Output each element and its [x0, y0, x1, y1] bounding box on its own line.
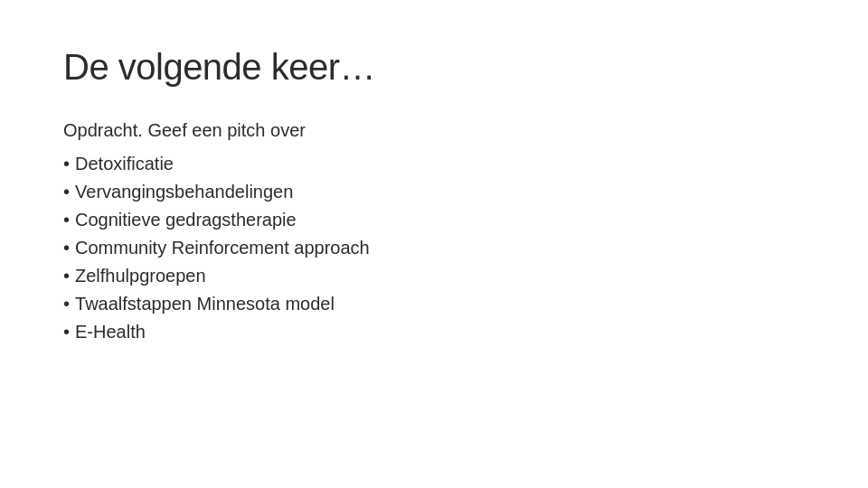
- bullet-dot-icon: •: [63, 262, 70, 290]
- bullet-item: •Vervangingsbehandelingen: [63, 178, 805, 206]
- bullet-dot-icon: •: [63, 178, 70, 206]
- bullet-text: E-Health: [75, 318, 146, 346]
- bullet-text: Vervangingsbehandelingen: [75, 178, 293, 206]
- slide-title: De volgende keer…: [63, 47, 805, 88]
- bullet-dot-icon: •: [63, 318, 70, 346]
- bullet-item: •Detoxificatie: [63, 150, 805, 178]
- bullet-item: •E-Health: [63, 318, 805, 346]
- bullet-dot-icon: •: [63, 206, 70, 234]
- bullet-item: •Cognitieve gedragstherapie: [63, 206, 805, 234]
- bullet-text: Cognitieve gedragstherapie: [75, 206, 297, 234]
- bullet-dot-icon: •: [63, 234, 70, 262]
- bullet-text: Twaalfstappen Minnesota model: [75, 290, 335, 318]
- bullet-item: •Twaalfstappen Minnesota model: [63, 290, 805, 318]
- bullet-item: •Zelfhulpgroepen: [63, 262, 805, 290]
- intro-text: Opdracht. Geef een pitch over: [63, 120, 805, 141]
- bullet-dot-icon: •: [63, 150, 70, 178]
- bullet-text: Zelfhulpgroepen: [75, 262, 206, 290]
- bullet-item: •Community Reinforcement approach: [63, 234, 805, 262]
- bullet-list: •Detoxificatie•Vervangingsbehandelingen•…: [63, 150, 805, 346]
- bullet-text: Detoxificatie: [75, 150, 174, 178]
- slide: De volgende keer… Opdracht. Geef een pit…: [0, 0, 868, 488]
- bullet-text: Community Reinforcement approach: [75, 234, 370, 262]
- bullet-dot-icon: •: [63, 290, 70, 318]
